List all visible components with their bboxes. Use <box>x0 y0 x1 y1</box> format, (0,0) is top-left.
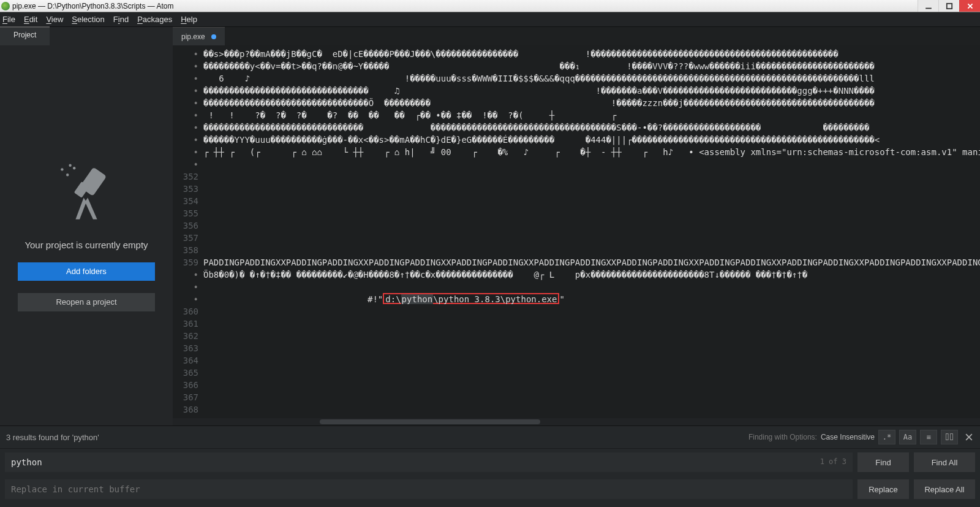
svg-point-9 <box>69 164 71 166</box>
menu-file[interactable]: File <box>2 15 15 24</box>
window-titlebar: pip.exe — D:\Python\Python3.8.3\Scripts … <box>0 0 980 12</box>
scrollbar-thumb[interactable] <box>320 419 540 424</box>
find-close-icon[interactable] <box>962 430 976 444</box>
app-icon <box>1 2 10 10</box>
menu-find[interactable]: Find <box>113 15 129 24</box>
replace-input[interactable] <box>11 479 846 499</box>
find-options-value: Case Insensitive <box>821 433 875 441</box>
project-empty-text: Your project is currently empty <box>24 240 148 250</box>
window-title: pip.exe — D:\Python\Python3.8.3\Scripts … <box>12 2 173 10</box>
find-input[interactable] <box>11 452 846 472</box>
editor-tab-pipexe[interactable]: pip.exe <box>173 27 225 45</box>
editor-pane: pip.exe ••••••••••3523533543553563573583… <box>173 27 980 425</box>
main-body: Project Your project is cu <box>0 27 980 425</box>
replace-input-row: Replace Replace All <box>0 476 980 503</box>
menu-view[interactable]: View <box>46 15 63 24</box>
reopen-project-button[interactable]: Reopen a project <box>18 293 155 311</box>
find-options: Finding with Options: Case Insensitive .… <box>748 430 976 444</box>
sidebar-tab-project[interactable]: Project <box>0 27 50 45</box>
find-status-text: 3 results found for 'python' <box>6 433 99 442</box>
sidebar-tabbar: Project <box>0 27 173 45</box>
menu-selection[interactable]: Selection <box>72 15 104 24</box>
add-folders-button[interactable]: Add folders <box>18 262 155 281</box>
window-controls <box>918 0 980 12</box>
menu-help[interactable]: Help <box>181 15 197 24</box>
editor-lines[interactable]: ��s>���p?��mA���jB��gC� eD�|cE�����P���J… <box>203 45 980 418</box>
editor-tabbar: pip.exe <box>173 27 980 45</box>
sidebar: Project Your project is cu <box>0 27 173 425</box>
svg-point-8 <box>61 168 63 170</box>
menu-edit[interactable]: Edit <box>24 15 37 24</box>
close-button[interactable] <box>959 0 980 12</box>
svg-rect-1 <box>946 3 951 8</box>
menu-packages[interactable]: Packages <box>137 15 172 24</box>
svg-point-6 <box>73 167 75 169</box>
unsaved-dot-icon <box>211 34 216 39</box>
line-gutter: ••••••••••352353354355356357358359•••360… <box>173 45 203 418</box>
maximize-button[interactable] <box>938 0 959 12</box>
menu-bar: File Edit View Selection Find Packages H… <box>0 12 980 27</box>
find-panel: 3 results found for 'python' Finding wit… <box>0 425 980 507</box>
selection-toggle-icon[interactable]: ≡ <box>920 430 937 444</box>
find-status-row: 3 results found for 'python' Finding wit… <box>0 426 980 449</box>
editor-tab-label: pip.exe <box>181 32 205 41</box>
replace-all-button[interactable]: Replace All <box>914 479 975 499</box>
find-count: 1 of 3 <box>820 457 846 466</box>
sidebar-body: Your project is currently empty Add fold… <box>0 45 173 425</box>
find-input-row: 1 of 3 Find Find All <box>0 449 980 476</box>
find-button[interactable]: Find <box>858 452 909 472</box>
whole-word-toggle-icon[interactable]: ⌷⌷ <box>941 430 958 444</box>
case-toggle-icon[interactable]: Aa <box>899 430 916 444</box>
regex-toggle-icon[interactable]: .* <box>878 430 895 444</box>
editor-view[interactable]: ••••••••••352353354355356357358359•••360… <box>173 45 980 418</box>
find-input-container[interactable]: 1 of 3 <box>5 452 853 472</box>
svg-point-7 <box>66 173 69 176</box>
telescope-icon <box>53 160 120 227</box>
editor-scrollbar-horizontal[interactable] <box>173 418 980 425</box>
minimize-button[interactable] <box>918 0 938 12</box>
find-options-label: Finding with Options: <box>748 433 817 441</box>
find-all-button[interactable]: Find All <box>914 452 975 472</box>
replace-button[interactable]: Replace <box>858 479 909 499</box>
replace-input-container[interactable] <box>5 479 853 499</box>
